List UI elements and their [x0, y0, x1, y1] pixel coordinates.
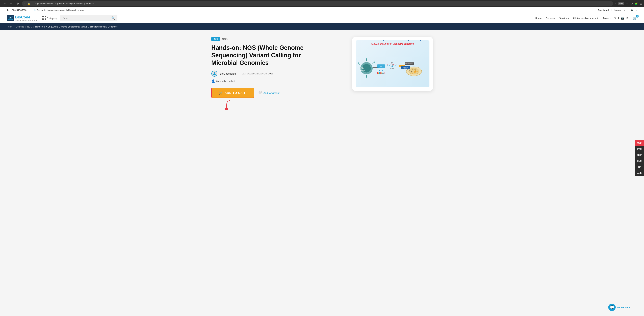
reader-icon: ≡ [615, 2, 616, 5]
tab-icon: ⇆ [32, 2, 34, 5]
search-input[interactable] [63, 17, 110, 19]
svg-rect-32 [377, 72, 378, 74]
cart-badge: 3 [636, 14, 639, 17]
svg-rect-37 [382, 72, 383, 73]
breadcrumb-bar: Home / Courses / NGS / Hands-on: NGS (Wh… [0, 23, 644, 30]
nav-courses[interactable]: Courses [546, 17, 555, 20]
nav-membership[interactable]: All-Access Membership [573, 17, 599, 20]
course-image: HANDS-ON NGS (WHOLE GENOME SEQUENCING) V… [356, 40, 430, 87]
heart-icon: 🤍 [258, 91, 262, 95]
breadcrumb-home[interactable]: Home [7, 25, 12, 28]
search-bar: 🔍 [60, 15, 118, 21]
forward-button[interactable]: → [9, 1, 14, 6]
twitter-link[interactable]: 𝕏 [624, 9, 625, 11]
svg-point-9 [366, 58, 367, 59]
add-to-cart-button[interactable]: 🛒 ADD TO CART [211, 88, 254, 98]
author-row: BioCodeTeam | Last Update January 20, 20… [211, 71, 342, 77]
category-button[interactable]: Category [42, 16, 57, 20]
menu-icon[interactable]: ☰ [640, 2, 642, 5]
phone-contact: 📞 +923147785980 [7, 9, 26, 11]
course-title: Hands-on: NGS (Whole Genome Sequencing) … [211, 44, 326, 66]
phone-icon: 📞 [7, 9, 10, 11]
more-label: More [603, 17, 609, 20]
svg-point-3 [10, 17, 11, 18]
svg-point-47 [412, 73, 413, 73]
course-image-title: HANDS-ON NGS (WHOLE GENOME SEQUENCING) [361, 40, 424, 41]
svg-point-11 [374, 61, 374, 63]
svg-text:NGS: NGS [380, 66, 382, 67]
nav-instagram[interactable]: 📷 [621, 16, 624, 20]
nav-home[interactable]: Home [535, 17, 542, 20]
nav-links: Home Courses Services All-Access Members… [535, 16, 611, 20]
svg-text:ISOLATES: ISOLATES [360, 68, 364, 69]
email-cta: Get project consultancy consult@biocode.… [37, 9, 84, 11]
zoom-level: 80% [618, 2, 624, 5]
svg-line-12 [358, 63, 360, 65]
author-sep: | [238, 72, 239, 75]
svg-text:SEQUENCE: SEQUENCE [360, 70, 365, 71]
category-tag: NGS [222, 37, 228, 40]
svg-point-15 [366, 77, 367, 78]
page-content: -25% NGS Hands-on: NGS (Whole Genome Seq… [205, 30, 440, 117]
back-button[interactable]: ← [2, 1, 7, 6]
nav-facebook[interactable]: f [618, 16, 619, 20]
svg-point-44 [411, 71, 412, 72]
svg-point-4 [214, 72, 215, 74]
url-input[interactable] [35, 2, 611, 5]
breadcrumb-sep-3: / [34, 25, 34, 28]
add-to-wishlist-button[interactable]: 🤍 Add to wishlist [258, 91, 280, 95]
arrow-indicator [225, 100, 342, 110]
nav-social: 𝕏 f 📷 in [614, 16, 628, 20]
search-icon[interactable]: 🔍 [112, 16, 115, 20]
breadcrumb-current: Hands-on: NGS (Whole Genome Sequencing) … [35, 25, 118, 28]
grid-icon [42, 16, 46, 20]
more-button[interactable]: More ▾ [603, 16, 611, 20]
nav-services[interactable]: Services [559, 17, 569, 20]
svg-text:CULTURE: CULTURE [412, 69, 416, 70]
logout-link[interactable]: Log out [614, 9, 621, 11]
action-row: 🛒 ADD TO CART 🤍 Add to wishlist [211, 88, 342, 98]
nav-twitter[interactable]: 𝕏 [614, 16, 616, 20]
breadcrumb-courses[interactable]: Courses [16, 25, 24, 28]
more-chevron-icon: ▾ [610, 16, 611, 20]
person-icon: 👤 [211, 79, 215, 83]
svg-point-48 [415, 70, 416, 72]
course-image-wrap: HANDS-ON NGS (WHOLE GENOME SEQUENCING) V… [352, 37, 433, 91]
dashboard-link[interactable]: Dashboard [598, 9, 609, 11]
logo-area: BioCode LEARN BIOINFORMATICS [7, 15, 37, 21]
shield-icon: 🛡 [630, 2, 633, 5]
cart-btn-icon: 🛒 [218, 91, 223, 95]
last-update: Last Update January 20, 2023 [242, 72, 274, 75]
svg-text:Bioinformatics: Bioinformatics [402, 67, 408, 68]
course-image-subtitle: VARIANT CALLING FOR MICROBIAL GENOMICS [371, 43, 414, 45]
badge-row: -25% NGS [211, 37, 342, 41]
author-name: BioCodeTeam [220, 72, 236, 75]
extensions-icon[interactable]: 🧩 [635, 2, 638, 5]
category-label: Category [47, 17, 57, 20]
breadcrumb-sep-1: / [14, 25, 14, 28]
right-divider: | [611, 9, 612, 11]
add-to-cart-label: ADD TO CART [224, 91, 247, 95]
top-info-right: Dashboard | Log out 𝕏 f 📷 in [598, 9, 637, 11]
top-info-left: 📞 +923147785980 | ✉ Get project consulta… [7, 9, 84, 11]
svg-rect-35 [380, 72, 381, 73]
linkedin-link[interactable]: in [636, 9, 637, 11]
author-avatar [211, 71, 218, 77]
top-divider: | [30, 9, 30, 11]
nav-linkedin[interactable]: in [626, 16, 628, 20]
svg-text:DNA: DNA [391, 62, 393, 63]
lock-icon: 🔒 [28, 2, 30, 5]
breadcrumb-ngs[interactable]: NGS [27, 25, 32, 28]
svg-text:DNA EXTRACTION: DNA EXTRACTION [405, 63, 413, 64]
instagram-link[interactable]: 📷 [630, 9, 633, 11]
cart-wrap[interactable]: 🛒 3 [633, 16, 637, 20]
browser-chrome: ← → ↻ 🛡 🔒 ⇆ ≡ 80% ☆ 🛡 🧩 ☰ [0, 0, 644, 7]
bookmark-icon[interactable]: ☆ [626, 2, 628, 5]
address-bar: 🛡 🔒 ⇆ [22, 1, 613, 6]
discount-badge: -25% [211, 37, 220, 41]
facebook-link[interactable]: f [628, 9, 628, 11]
svg-rect-36 [382, 72, 382, 74]
refresh-button[interactable]: ↻ [16, 1, 20, 6]
phone-number: +923147785980 [11, 9, 26, 11]
logo-icon [7, 15, 14, 21]
